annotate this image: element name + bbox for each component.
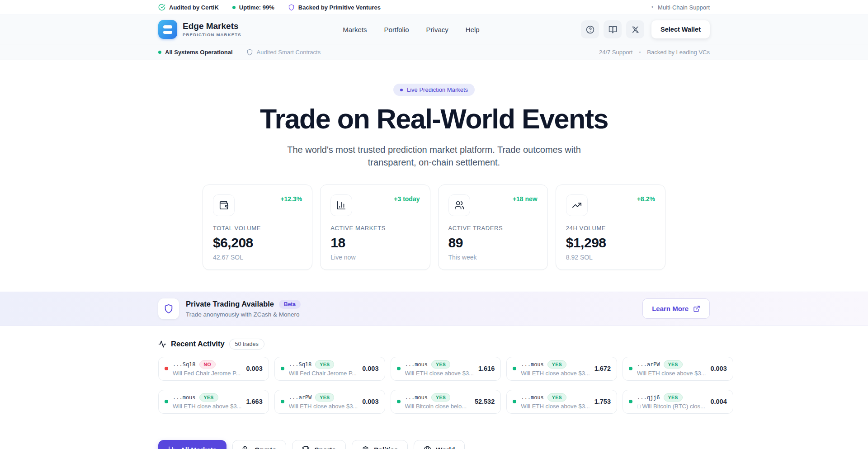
trade-status-dot-icon [513, 400, 516, 403]
trade-grid: ...Sq18 NO Will Fed Chair Jerome P... 0.… [158, 357, 710, 414]
backed-vcs-label: Backed by Leading VCs [647, 49, 710, 56]
trade-card[interactable]: ...arPW YES Will ETH close above $3... 0… [274, 390, 385, 414]
stat-card-active-markets: +3 today ACTIVE MARKETS 18 Live now [320, 184, 430, 270]
trade-price: 0.004 [710, 398, 726, 405]
support-label: 24/7 Support [599, 49, 632, 56]
help-button[interactable] [581, 20, 599, 38]
trade-market-question: Will ETH close above $3... [521, 370, 590, 377]
trade-market-question: Will ETH close above $3... [521, 403, 590, 410]
trophy-icon [302, 446, 310, 449]
trade-price: 1.672 [594, 365, 611, 372]
stat-change: +12.3% [280, 195, 302, 203]
stat-sub: 8.92 SOL [566, 254, 655, 261]
trade-market-question: Will Fed Chair Jerome P... [289, 370, 358, 377]
stat-sub: 42.67 SOL [213, 254, 302, 261]
trades-count-badge: 50 trades [229, 339, 264, 350]
docs-button[interactable] [604, 20, 622, 38]
stat-label: TOTAL VOLUME [213, 225, 302, 232]
brand[interactable]: Edge Markets PREDICTION MARKETS [158, 20, 241, 39]
live-markets-badge: Live Prediction Markets [393, 84, 475, 96]
help-circle-icon [586, 25, 594, 34]
stat-change: +8.2% [637, 195, 655, 203]
backed-item: Backed by Primitive Ventures [288, 4, 381, 11]
learn-more-button[interactable]: Learn More [642, 298, 710, 319]
nav-item[interactable]: Portfolio [384, 26, 409, 33]
trade-card[interactable]: ...mous YES Will Bitcoin close belo... 5… [391, 390, 501, 414]
shield-outline-icon [246, 49, 253, 56]
trader-address: ...qjj6 [637, 394, 660, 401]
stat-card-total-volume: +12.3% TOTAL VOLUME $6,208 42.67 SOL [203, 184, 312, 270]
activity-pulse-icon [158, 340, 166, 348]
trade-side-badge: YES [315, 360, 334, 369]
trader-address: ...mous [173, 394, 196, 401]
edge-markets-logo-icon [158, 20, 177, 39]
trending-up-icon [566, 194, 588, 216]
trade-side-badge: YES [431, 393, 450, 402]
banner-subtitle: Trade anonymously with ZCash & Monero [186, 311, 301, 318]
audit-item: Audited by CertiK [158, 4, 219, 11]
trade-status-dot-icon [629, 400, 632, 403]
main-nav: MarketsPortfolioPrivacyHelp [343, 26, 479, 33]
trade-card[interactable]: ...mous YES Will ETH close above $3... 1… [391, 357, 501, 381]
trade-card[interactable]: ...mous YES Will ETH close above $3... 1… [158, 390, 269, 414]
trade-card[interactable]: ...Sq18 YES Will Fed Chair Jerome P... 0… [274, 357, 385, 381]
recent-activity-section: Recent Activity 50 trades ...Sq18 NO Wil… [158, 326, 710, 449]
stat-label: 24H VOLUME [566, 225, 655, 232]
filter-sports[interactable]: Sports [292, 440, 346, 449]
coins-icon [242, 446, 250, 449]
nav-item[interactable]: Markets [343, 26, 367, 33]
market-filters: All Markets Crypto Sports Politics World [158, 440, 710, 449]
twitter-button[interactable] [626, 20, 644, 38]
trader-address: ...arPW [289, 394, 312, 401]
trade-market-question: Will ETH close above $3... [173, 403, 241, 410]
trade-card[interactable]: ...mous YES Will ETH close above $3... 1… [506, 390, 617, 414]
page-subtitle: The world's most trusted prediction mark… [287, 143, 581, 169]
select-wallet-button[interactable]: Select Wallet [651, 20, 710, 38]
filter-politics[interactable]: Politics [352, 440, 408, 449]
trade-card[interactable]: ...arPW YES Will ETH close above $3... 0… [623, 357, 733, 381]
trade-price: 52.532 [475, 398, 495, 405]
trader-address: ...Sq18 [289, 361, 312, 368]
trade-market-question: Will Bitcoin close belo... [405, 403, 470, 410]
main-header: Edge Markets PREDICTION MARKETS MarketsP… [0, 15, 868, 44]
stat-sub: This week [448, 254, 538, 261]
trade-side-badge: YES [664, 393, 683, 402]
landmark-icon [362, 446, 369, 449]
audit-label: Audited by CertiK [169, 4, 219, 11]
trader-address: ...arPW [637, 361, 660, 368]
trade-card[interactable]: ...mous YES Will ETH close above $3... 1… [506, 357, 617, 381]
trade-status-dot-icon [165, 400, 168, 403]
trade-card[interactable]: ...qjj6 YES □ Will Bitcoin (BTC) clos...… [623, 390, 733, 414]
systems-operational: All Systems Operational [158, 49, 233, 56]
activity-title: Recent Activity [171, 340, 225, 348]
trade-card[interactable]: ...Sq18 NO Will Fed Chair Jerome P... 0.… [158, 357, 269, 381]
trade-price: 0.003 [710, 365, 726, 372]
announcement-bar: Audited by CertiK Uptime: 99% Backed by … [0, 0, 868, 15]
uptime-item: Uptime: 99% [232, 4, 274, 11]
trade-status-dot-icon [397, 367, 401, 370]
brand-tagline: PREDICTION MARKETS [183, 32, 241, 37]
nav-item[interactable]: Help [466, 26, 480, 33]
stat-change: +3 today [394, 195, 420, 203]
stat-change: +18 new [513, 195, 538, 203]
trade-market-question: Will ETH close above $3... [289, 403, 358, 410]
stat-value: $1,298 [566, 235, 655, 250]
stat-value: 89 [448, 235, 538, 250]
trade-status-dot-icon [629, 367, 632, 370]
bar-chart-icon [330, 194, 352, 216]
trade-status-dot-icon [281, 367, 284, 370]
nav-item[interactable]: Privacy [426, 26, 448, 33]
stat-card-24h-volume: +8.2% 24H VOLUME $1,298 8.92 SOL [556, 184, 665, 270]
book-open-icon [609, 25, 617, 34]
filter-all-markets[interactable]: All Markets [158, 440, 226, 449]
privacy-shield-icon [158, 298, 179, 319]
trade-side-badge: YES [315, 393, 334, 402]
separator-dot: • [639, 49, 641, 55]
header-actions: Select Wallet [581, 20, 710, 38]
trader-address: ...mous [405, 361, 428, 368]
trader-address: ...mous [521, 394, 544, 401]
multichain-label: Multi-Chain Support [651, 4, 710, 11]
trade-price: 0.003 [362, 365, 378, 372]
filter-crypto[interactable]: Crypto [232, 440, 286, 449]
filter-world[interactable]: World [414, 440, 465, 449]
